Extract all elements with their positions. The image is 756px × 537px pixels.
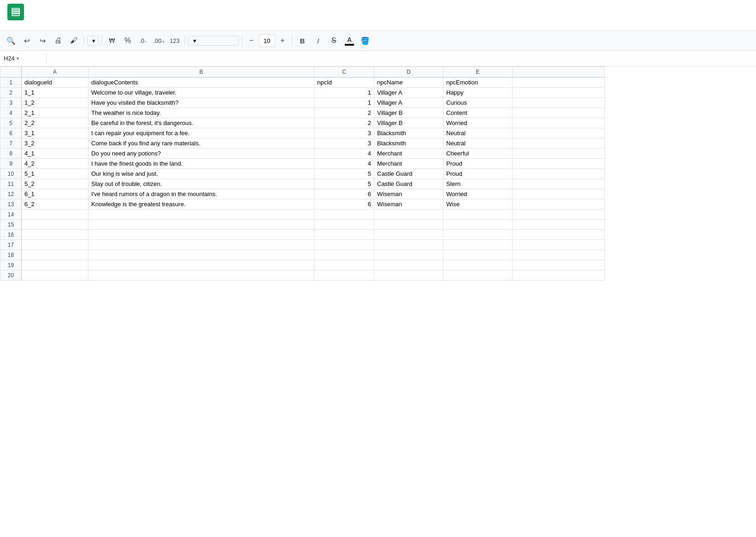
cell-2-E[interactable]: Happy	[443, 88, 513, 98]
cell-6-A[interactable]: 3_1	[22, 128, 89, 138]
increase-font-size-button[interactable]: +	[276, 34, 289, 47]
col-header-b[interactable]: B	[89, 67, 314, 78]
cell-18-E[interactable]	[443, 250, 513, 260]
col-header-e[interactable]: E	[443, 67, 513, 78]
cell-11-B[interactable]: Stay out of trouble, citizen.	[89, 179, 314, 189]
cell-19-F[interactable]	[513, 260, 605, 270]
cell-11-E[interactable]: Stern	[443, 179, 513, 189]
menu-file[interactable]	[28, 25, 35, 29]
cell-1-F[interactable]	[513, 78, 605, 88]
cell-1-B[interactable]: dialogueContents	[89, 78, 314, 88]
cell-7-F[interactable]	[513, 138, 605, 149]
menu-insert[interactable]	[55, 25, 63, 29]
increase-decimals-button[interactable]: .00₊	[152, 33, 166, 48]
cell-3-A[interactable]: 1_2	[22, 98, 89, 108]
cell-1-C[interactable]: npcId	[314, 78, 374, 88]
cell-5-D[interactable]: Villager B	[374, 118, 443, 128]
cell-3-F[interactable]	[513, 98, 605, 108]
cell-7-D[interactable]: Blacksmith	[374, 138, 443, 149]
cell-12-F[interactable]	[513, 189, 605, 199]
cell-15-B[interactable]	[89, 220, 314, 230]
cell-20-C[interactable]	[314, 270, 374, 280]
cell-18-A[interactable]	[22, 250, 89, 260]
cell-12-B[interactable]: I've heard rumors of a dragon in the mou…	[89, 189, 314, 199]
cell-17-D[interactable]	[374, 240, 443, 250]
cell-17-F[interactable]	[513, 240, 605, 250]
cell-6-D[interactable]: Blacksmith	[374, 128, 443, 138]
cell-7-E[interactable]: Neutral	[443, 138, 513, 149]
cell-8-C[interactable]: 4	[314, 149, 374, 159]
cell-13-F[interactable]	[513, 199, 605, 209]
cell-10-F[interactable]	[513, 169, 605, 179]
cell-14-C[interactable]	[314, 209, 374, 220]
cell-9-C[interactable]: 4	[314, 159, 374, 169]
cell-19-A[interactable]	[22, 260, 89, 270]
cell-15-F[interactable]	[513, 220, 605, 230]
cell-2-A[interactable]: 1_1	[22, 88, 89, 98]
cell-4-C[interactable]: 2	[314, 108, 374, 118]
cell-9-D[interactable]: Merchant	[374, 159, 443, 169]
cell-1-E[interactable]: npcEmotion	[443, 78, 513, 88]
cell-5-A[interactable]: 2_2	[22, 118, 89, 128]
cell-14-F[interactable]	[513, 209, 605, 220]
menu-view[interactable]	[46, 25, 53, 29]
cell-20-E[interactable]	[443, 270, 513, 280]
cell-8-B[interactable]: Do you need any potions?	[89, 149, 314, 159]
cell-14-A[interactable]	[22, 209, 89, 220]
undo-button[interactable]: ↩	[19, 33, 34, 48]
cell-19-B[interactable]	[89, 260, 314, 270]
cell-15-E[interactable]	[443, 220, 513, 230]
cell-ref-dropdown-icon[interactable]: ▾	[17, 56, 19, 61]
cell-10-A[interactable]: 5_1	[22, 169, 89, 179]
cell-13-D[interactable]: Wiseman	[374, 199, 443, 209]
cell-3-B[interactable]: Have you visited the blacksmith?	[89, 98, 314, 108]
cell-2-C[interactable]: 1	[314, 88, 374, 98]
cell-16-B[interactable]	[89, 230, 314, 240]
cell-10-C[interactable]: 5	[314, 169, 374, 179]
cell-5-F[interactable]	[513, 118, 605, 128]
cell-7-C[interactable]: 3	[314, 138, 374, 149]
cell-13-B[interactable]: Knowledge is the greatest treasure.	[89, 199, 314, 209]
cell-16-C[interactable]	[314, 230, 374, 240]
cell-6-E[interactable]: Neutral	[443, 128, 513, 138]
cell-14-B[interactable]	[89, 209, 314, 220]
number-format-button[interactable]: 123	[167, 33, 182, 48]
cell-16-F[interactable]	[513, 230, 605, 240]
cell-19-C[interactable]	[314, 260, 374, 270]
cell-9-E[interactable]: Proud	[443, 159, 513, 169]
col-header-c[interactable]: C	[314, 67, 374, 78]
cell-10-D[interactable]: Castle Guard	[374, 169, 443, 179]
cell-6-C[interactable]: 3	[314, 128, 374, 138]
cell-4-A[interactable]: 2_1	[22, 108, 89, 118]
cell-12-E[interactable]: Worried	[443, 189, 513, 199]
fill-color-button[interactable]: 🪣	[358, 33, 372, 48]
cell-8-E[interactable]: Cheerful	[443, 149, 513, 159]
cell-9-A[interactable]: 4_2	[22, 159, 89, 169]
formula-input[interactable]	[56, 55, 752, 62]
cell-13-A[interactable]: 6_2	[22, 199, 89, 209]
cell-18-F[interactable]	[513, 250, 605, 260]
cell-2-B[interactable]: Welcome to our village, traveler.	[89, 88, 314, 98]
menu-data[interactable]	[74, 25, 81, 29]
cell-13-C[interactable]: 6	[314, 199, 374, 209]
col-header-f[interactable]	[513, 67, 605, 78]
decrease-decimals-button[interactable]: .0₋	[136, 33, 151, 48]
cell-5-C[interactable]: 2	[314, 118, 374, 128]
cell-2-F[interactable]	[513, 88, 605, 98]
cell-10-E[interactable]: Proud	[443, 169, 513, 179]
cell-20-A[interactable]	[22, 270, 89, 280]
cell-8-A[interactable]: 4_1	[22, 149, 89, 159]
cell-6-B[interactable]: I can repair your equipment for a fee.	[89, 128, 314, 138]
cell-8-D[interactable]: Merchant	[374, 149, 443, 159]
cell-5-E[interactable]: Worried	[443, 118, 513, 128]
cell-14-E[interactable]	[443, 209, 513, 220]
cell-16-E[interactable]	[443, 230, 513, 240]
cell-10-B[interactable]: Our king is wise and just.	[89, 169, 314, 179]
menu-edit[interactable]	[37, 25, 44, 29]
cell-5-B[interactable]: Be careful in the forest, it's dangerous…	[89, 118, 314, 128]
cell-17-C[interactable]	[314, 240, 374, 250]
cell-6-F[interactable]	[513, 128, 605, 138]
font-color-button[interactable]: A	[342, 33, 357, 48]
decrease-font-size-button[interactable]: −	[245, 34, 258, 47]
cell-20-D[interactable]	[374, 270, 443, 280]
